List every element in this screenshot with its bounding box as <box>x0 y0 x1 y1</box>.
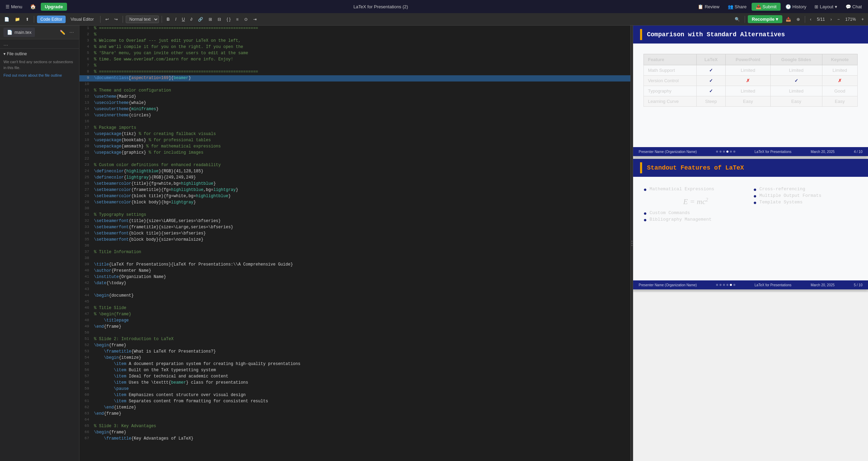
recompile-label: Recompile <box>752 17 775 22</box>
list-ordered-button[interactable]: ⊙ <box>242 16 250 23</box>
features-left-column: ● Mathematical Expressions E = mc2 ● Cus… <box>643 186 748 223</box>
history-button[interactable]: 🕐 History <box>782 3 810 11</box>
logs-button[interactable]: ⊕ <box>794 16 802 23</box>
toolbar-separator-3 <box>123 16 123 23</box>
edit-icon[interactable]: ✏️ <box>58 29 67 36</box>
file-name: main.tex <box>15 30 31 35</box>
feature-label: Cross-referencing <box>760 186 805 192</box>
file-outline-section: ▾ File outline We can't find any section… <box>0 48 79 80</box>
editor-divider[interactable] <box>630 26 633 461</box>
nav-dot-active <box>726 151 728 153</box>
prev-page-button[interactable]: ‹ <box>808 16 813 23</box>
search-button[interactable]: 🔍 <box>733 16 742 23</box>
table-cell-latex: Steep <box>696 96 726 107</box>
nav-dot <box>733 284 735 286</box>
zoom-out-button[interactable]: − <box>835 16 842 23</box>
link-button[interactable]: 🔗 <box>196 16 205 23</box>
code-line: 1 % ====================================… <box>79 26 630 32</box>
image-button[interactable]: ⊞ <box>207 16 214 23</box>
code-line: 18 \usepackage{tikz} % for creating fall… <box>79 131 630 137</box>
zoom-in-button[interactable]: + <box>859 16 866 23</box>
code-button[interactable]: { } <box>225 16 232 23</box>
table-row: Learning Curve Steep Easy Easy Easy <box>644 96 858 107</box>
more-icon[interactable]: ⋯ <box>68 29 76 36</box>
code-line: 5 % 'Share' menu, you can invite other u… <box>79 50 630 57</box>
chat-button[interactable]: 💬 Chat <box>842 3 865 11</box>
code-line: 19 \usepackage{booktabs} % for professio… <box>79 137 630 144</box>
top-menu-bar: ☰ Menu 🏠 Upgrade LaTeX for Presentations… <box>0 0 868 13</box>
code-line: 28 \setbeamercolor{block title}{fg=white… <box>79 193 630 200</box>
features-right-column: ● Cross-referencing ● Multiple Output Fo… <box>753 186 858 223</box>
divider-dot <box>631 243 632 244</box>
underline-button[interactable]: U <box>180 16 187 23</box>
format-button[interactable]: ∂ <box>188 16 194 23</box>
file-outline-toggle[interactable]: ▾ File outline <box>3 51 76 56</box>
table-cell-google: ✓ <box>770 76 822 86</box>
recompile-button[interactable]: Recompile ▾ <box>748 15 782 23</box>
table-header-google: Google Slides <box>770 54 822 65</box>
zoom-level-label: 171% <box>845 17 856 22</box>
code-line: 3 % Welcome to Overleaf --- just edit yo… <box>79 38 630 44</box>
code-line: 4 % and we'll compile it for you on the … <box>79 44 630 50</box>
sidebar-file-item[interactable]: 📄 main.tex <box>3 28 35 37</box>
slide-4-footer-left: Presenter Name (Organization Name) <box>639 150 697 154</box>
visual-editor-tab[interactable]: Visual Editor <box>67 16 97 23</box>
code-line: 56 \item Built on the TeX typesetting sy… <box>79 367 630 374</box>
next-page-button[interactable]: › <box>828 16 834 23</box>
share-button[interactable]: 👥 Share <box>724 3 750 11</box>
feature-item: ● Template Systems <box>753 200 858 206</box>
zoom-level[interactable]: 171% <box>843 16 858 23</box>
code-line: 31 % Typography settings <box>79 212 630 218</box>
layout-label: Layout <box>820 4 833 9</box>
folder-button[interactable]: 📁 <box>13 16 22 23</box>
code-line: 34 \setbeamerfont{block title}{series=\b… <box>79 231 630 237</box>
slide-4-body: Feature LaTeX PowerPoint Google Slides K… <box>633 44 868 147</box>
redo-button[interactable]: ↪ <box>112 16 120 23</box>
file-new-button[interactable]: 📄 <box>2 16 11 23</box>
bold-button[interactable]: B <box>165 16 172 23</box>
code-line: 13 \usecolortheme{whale} <box>79 100 630 106</box>
code-line: 33 \setbeamerfont{frametitle}{size=\Larg… <box>79 224 630 231</box>
code-line: 20 \usepackage{amsmath} % for mathematic… <box>79 144 630 150</box>
table-cell-keynote: Easy <box>822 96 857 107</box>
menu-button[interactable]: ☰ Menu <box>3 3 25 11</box>
nav-dot <box>726 284 728 286</box>
slide-5-footer-center: LaTeX for Presentations <box>755 283 792 287</box>
undo-button[interactable]: ↩ <box>103 16 111 23</box>
list-button[interactable]: ≡ <box>234 16 241 23</box>
home-button[interactable]: 🏠 <box>27 2 39 11</box>
table-cell-powerpoint: Limited <box>726 86 770 96</box>
upload-button[interactable]: ⬆ <box>23 16 31 23</box>
preview-panel: Comparison with Standard Alternatives Fe… <box>633 26 868 461</box>
download-pdf-button[interactable]: 📥 <box>784 16 793 23</box>
feature-bullet-icon: ● <box>753 200 757 206</box>
code-line: 54 \begin{itemize} <box>79 355 630 361</box>
nav-dot <box>716 151 718 153</box>
code-editor[interactable]: 1 % ====================================… <box>79 26 630 461</box>
indent-button[interactable]: ⇥ <box>251 16 259 23</box>
table-button[interactable]: ⊟ <box>216 16 223 23</box>
file-outline-link[interactable]: Find out more about the file outline <box>3 73 62 77</box>
code-line: 22 <box>79 156 630 162</box>
page-total: 11 <box>820 17 825 22</box>
italic-button[interactable]: I <box>173 16 178 23</box>
divider-dot <box>631 245 632 246</box>
divider-dot <box>631 241 632 242</box>
submit-button[interactable]: 📤 Submit <box>752 3 781 11</box>
review-button[interactable]: 📋 Review <box>694 3 723 11</box>
code-line: 32 \setbeamerfont{title}{size=\LARGE,ser… <box>79 218 630 224</box>
nav-dot <box>719 284 722 286</box>
code-editor-tab[interactable]: Code Editor <box>37 16 66 23</box>
code-line: 61 \item Separates content from formatti… <box>79 398 630 405</box>
table-cell-latex: ✓ <box>696 86 726 96</box>
upgrade-button[interactable]: Upgrade <box>41 3 67 11</box>
style-dropdown[interactable]: Normal text <box>126 16 159 23</box>
layout-button[interactable]: ⊞ Layout ▾ <box>811 3 840 11</box>
code-line: 57 \item Ideal for technical and academi… <box>79 374 630 380</box>
window-title: LaTeX for Presentations (2) <box>69 4 692 9</box>
code-line: 14 \useoutertheme{miniframes} <box>79 106 630 113</box>
chat-label: Chat <box>852 4 862 9</box>
page-input[interactable]: 5/11 <box>815 16 827 23</box>
nav-dot-active <box>730 284 732 286</box>
feature-label: Mathematical Expressions <box>650 186 714 192</box>
